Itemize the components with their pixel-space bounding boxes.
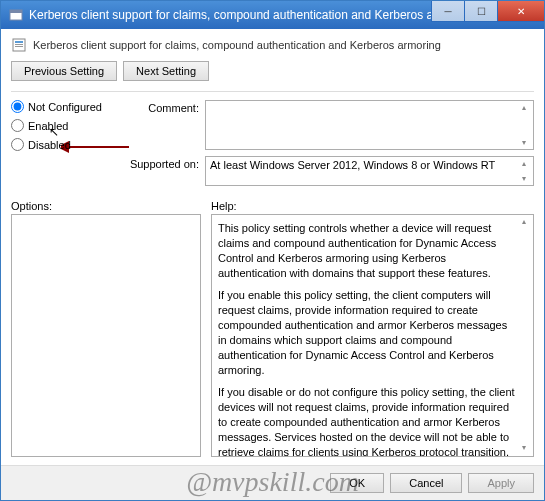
- radio-enabled[interactable]: Enabled ↖: [11, 119, 121, 132]
- policy-name: Kerberos client support for claims, comp…: [33, 39, 441, 51]
- lower-panels: Options: Help: This policy setting contr…: [11, 200, 534, 457]
- scroll-down-icon[interactable]: ▾: [522, 174, 526, 183]
- config-row: Not Configured Enabled ↖ Disabled: [11, 100, 534, 186]
- svg-rect-3: [15, 41, 23, 43]
- supported-textbox: At least Windows Server 2012, Windows 8 …: [205, 156, 534, 186]
- policy-icon: [11, 37, 27, 53]
- radio-enabled-input[interactable]: [11, 119, 24, 132]
- client-area: Kerberos client support for claims, comp…: [1, 29, 544, 465]
- cursor-icon: ↖: [49, 125, 59, 139]
- radio-not-configured-label: Not Configured: [28, 101, 102, 113]
- radio-not-configured-input[interactable]: [11, 100, 24, 113]
- help-paragraph: If you enable this policy setting, the c…: [218, 288, 515, 377]
- options-panel[interactable]: [11, 214, 201, 457]
- svg-rect-1: [10, 10, 22, 13]
- scrollbar[interactable]: ▴▾: [517, 159, 531, 183]
- radio-disabled[interactable]: Disabled: [11, 138, 121, 151]
- options-column: Options:: [11, 200, 201, 457]
- supported-value: At least Windows Server 2012, Windows 8 …: [210, 159, 495, 171]
- options-label: Options:: [11, 200, 201, 212]
- supported-row: Supported on: At least Windows Server 20…: [121, 156, 534, 186]
- scroll-up-icon[interactable]: ▴: [522, 217, 526, 228]
- policy-header: Kerberos client support for claims, comp…: [11, 37, 534, 53]
- help-column: Help: This policy setting controls wheth…: [211, 200, 534, 457]
- state-radio-group: Not Configured Enabled ↖ Disabled: [11, 100, 121, 186]
- nav-buttons: Previous Setting Next Setting: [11, 61, 534, 81]
- help-paragraph: If you disable or do not configure this …: [218, 385, 515, 457]
- help-panel[interactable]: This policy setting controls whether a d…: [211, 214, 534, 457]
- titlebar[interactable]: Kerberos client support for claims, comp…: [1, 1, 544, 29]
- help-paragraph: This policy setting controls whether a d…: [218, 221, 515, 280]
- apply-button[interactable]: Apply: [468, 473, 534, 493]
- minimize-button[interactable]: ─: [431, 1, 465, 22]
- svg-rect-5: [15, 46, 23, 47]
- radio-not-configured[interactable]: Not Configured: [11, 100, 121, 113]
- ok-button[interactable]: OK: [330, 473, 384, 493]
- app-icon: [9, 8, 23, 22]
- divider: [11, 91, 534, 92]
- comment-label: Comment:: [121, 100, 205, 150]
- window-controls: ─ ☐ ✕: [431, 1, 544, 29]
- radio-disabled-input[interactable]: [11, 138, 24, 151]
- supported-label: Supported on:: [121, 156, 205, 186]
- policy-editor-window: Kerberos client support for claims, comp…: [0, 0, 545, 501]
- scroll-up-icon[interactable]: ▴: [522, 159, 526, 168]
- scroll-down-icon[interactable]: ▾: [522, 138, 526, 147]
- scroll-down-icon[interactable]: ▾: [522, 443, 526, 454]
- svg-rect-4: [15, 44, 23, 45]
- scrollbar[interactable]: ▴▾: [517, 217, 531, 454]
- window-title: Kerberos client support for claims, comp…: [29, 8, 431, 22]
- cancel-button[interactable]: Cancel: [390, 473, 462, 493]
- radio-disabled-label: Disabled: [28, 139, 71, 151]
- comment-textbox[interactable]: ▴▾: [205, 100, 534, 150]
- help-label: Help:: [211, 200, 534, 212]
- scrollbar[interactable]: ▴▾: [517, 103, 531, 147]
- dialog-buttons: OK Cancel Apply: [1, 465, 544, 500]
- comment-row: Comment: ▴▾: [121, 100, 534, 150]
- previous-setting-button[interactable]: Previous Setting: [11, 61, 117, 81]
- next-setting-button[interactable]: Next Setting: [123, 61, 209, 81]
- meta-fields: Comment: ▴▾ Supported on: At least Windo…: [121, 100, 534, 186]
- scroll-up-icon[interactable]: ▴: [522, 103, 526, 112]
- close-button[interactable]: ✕: [497, 1, 545, 22]
- maximize-button[interactable]: ☐: [464, 1, 498, 22]
